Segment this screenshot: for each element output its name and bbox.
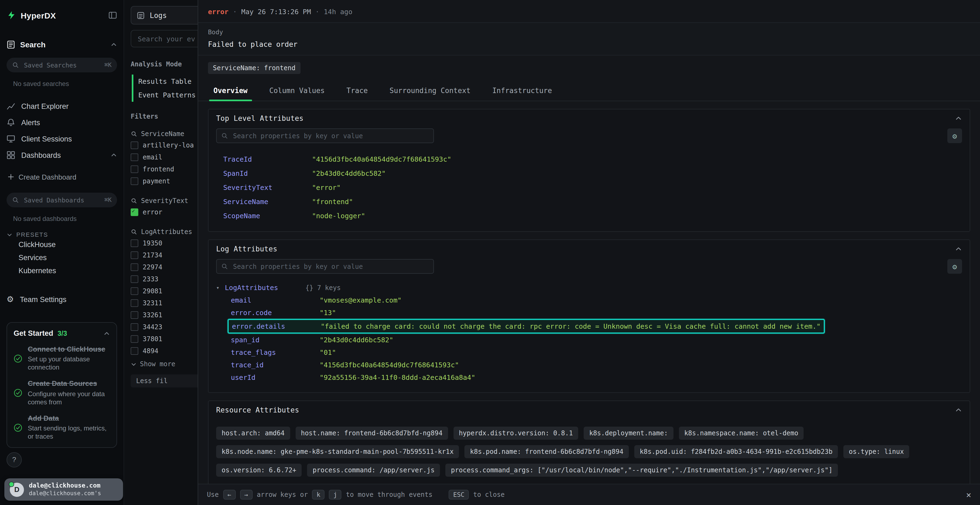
checkbox-icon[interactable] <box>130 141 138 149</box>
resource-attribute-pill[interactable]: host.arch: amd64 <box>216 427 290 440</box>
tab-surrounding-context[interactable]: Surrounding Context <box>379 82 481 101</box>
show-more-button[interactable]: Show more <box>130 358 197 370</box>
sidebar-item-alerts[interactable]: Alerts <box>6 114 117 130</box>
resource-attribute-pill[interactable]: os.type: linux <box>843 445 909 458</box>
attribute-value[interactable]: "2b43d0c4dd6bc582" <box>320 336 393 344</box>
resource-attribute-pill[interactable]: hyperdx.distro.version: 0.8.1 <box>453 427 578 440</box>
chevron-up-icon[interactable] <box>955 115 962 122</box>
attribute-key[interactable]: SpanId <box>223 169 312 177</box>
checkbox-icon[interactable] <box>130 275 138 283</box>
filter-option[interactable]: 19350 <box>130 237 197 249</box>
attribute-value[interactable]: "4156d3fbc40a64854d9dc7f68641593c" <box>312 155 451 163</box>
filter-option[interactable]: 37801 <box>130 333 197 345</box>
checkbox-icon[interactable] <box>130 299 138 307</box>
filter-option[interactable]: 34423 <box>130 321 197 333</box>
settings-gear-button[interactable]: ⚙ <box>947 129 962 143</box>
property-search-field[interactable] <box>232 262 429 271</box>
filter-group-severitytext[interactable]: SeverityText <box>130 195 197 206</box>
presets-toggle[interactable]: PRESETS <box>6 231 117 238</box>
section-header[interactable]: Top Level Attributes <box>208 110 970 127</box>
filter-option[interactable]: error <box>130 206 197 218</box>
checkbox-icon[interactable] <box>130 347 138 355</box>
attribute-value[interactable]: "13" <box>320 308 336 317</box>
attribute-key[interactable]: error.details <box>232 322 321 330</box>
attribute-value[interactable]: "error" <box>312 183 340 191</box>
tab-overview[interactable]: Overview <box>202 82 258 101</box>
saved-dashboards-input[interactable]: ⌘K <box>6 193 117 207</box>
checkbox-icon[interactable] <box>130 251 138 259</box>
checkbox-icon[interactable] <box>130 311 138 319</box>
section-header[interactable]: Log Attributes <box>208 240 970 258</box>
sidebar-item-clickhouse[interactable]: ClickHouse <box>6 238 117 251</box>
attribute-value[interactable]: "vmoses@example.com" <box>320 296 401 304</box>
filter-group-logattributes[interactable]: LogAttributes <box>130 226 197 237</box>
get-started-item[interactable]: Add Data Start sending logs, metrics, or… <box>14 414 110 441</box>
filter-option[interactable]: 4894 <box>130 345 197 357</box>
chevron-up-icon[interactable] <box>955 245 962 252</box>
property-search-input[interactable] <box>216 129 434 143</box>
property-search-field[interactable] <box>232 132 429 140</box>
resource-attribute-pill[interactable]: process.command: /app/server.js <box>307 464 440 477</box>
checkbox-icon[interactable] <box>130 264 138 271</box>
checkbox-icon[interactable] <box>130 154 138 161</box>
sidebar-item-client-sessions[interactable]: Client Sessions <box>6 130 117 147</box>
attribute-value[interactable]: "4156d3fbc40a64854d9dc7f68641593c" <box>320 361 459 369</box>
source-selector[interactable]: Logs <box>130 6 197 24</box>
help-button[interactable]: ? <box>6 452 22 467</box>
attribute-value[interactable]: "node-logger" <box>312 211 365 219</box>
get-started-item[interactable]: Create Data Sources Configure where your… <box>14 380 110 407</box>
attribute-value[interactable]: "2b43d0c4dd6bc582" <box>312 169 386 177</box>
settings-gear-button[interactable]: ⚙ <box>947 259 962 274</box>
resource-attribute-pill[interactable]: k8s.pod.uid: f284fb2d-a0b3-4634-991b-e2c… <box>634 445 838 458</box>
resource-attribute-pill[interactable]: k8s.namespace.name: otel-demo <box>679 427 803 440</box>
attribute-key[interactable]: ScopeName <box>223 211 312 219</box>
filter-option[interactable]: email <box>130 151 197 163</box>
filter-option[interactable]: 2333 <box>130 273 197 285</box>
attribute-key[interactable]: userId <box>231 373 320 381</box>
checkbox-checked-icon[interactable] <box>130 208 138 216</box>
service-name-tag[interactable]: ServiceName: frontend <box>208 62 300 74</box>
checkbox-icon[interactable] <box>130 287 138 295</box>
chevron-up-icon[interactable] <box>103 330 110 337</box>
create-dashboard-button[interactable]: Create Dashboard <box>6 170 117 184</box>
tab-column-values[interactable]: Column Values <box>258 82 336 101</box>
less-filters-button[interactable]: Less fil <box>130 375 197 387</box>
resource-attribute-pill[interactable]: os.version: 6.6.72+ <box>216 464 302 477</box>
sidebar-item-services[interactable]: Services <box>6 251 117 264</box>
tree-root-row[interactable]: ▾ LogAttributes {}7 keys <box>216 281 962 294</box>
tab-infrastructure[interactable]: Infrastructure <box>481 82 563 101</box>
filter-option[interactable]: 33261 <box>130 309 197 321</box>
section-header[interactable]: Resource Attributes <box>208 401 970 419</box>
chevron-up-icon[interactable] <box>111 41 117 48</box>
attribute-key[interactable]: error.code <box>231 308 320 317</box>
get-started-item[interactable]: Connect to ClickHouse Set up your databa… <box>14 345 110 372</box>
chevron-up-icon[interactable] <box>955 407 962 414</box>
attribute-key[interactable]: span_id <box>231 336 320 344</box>
attribute-value[interactable]: "failed to charge card: could not charge… <box>321 322 821 330</box>
property-search-input[interactable] <box>216 259 434 274</box>
attribute-value[interactable]: "frontend" <box>312 197 353 205</box>
saved-dashboards-field[interactable] <box>23 195 101 204</box>
filter-option[interactable]: frontend <box>130 163 197 175</box>
checkbox-icon[interactable] <box>130 323 138 331</box>
attribute-key[interactable]: ServiceName <box>223 197 312 205</box>
tab-trace[interactable]: Trace <box>336 82 379 101</box>
resource-attribute-pill[interactable]: k8s.node.name: gke-pme-k8s-standard-main… <box>216 445 459 458</box>
analysis-mode-event-patterns[interactable]: Event Patterns <box>134 88 197 102</box>
filter-option[interactable]: 32311 <box>130 297 197 309</box>
checkbox-icon[interactable] <box>130 178 138 185</box>
close-panel-button[interactable]: × <box>966 489 971 500</box>
sidebar-item-team-settings[interactable]: ⚙ Team Settings <box>6 291 117 308</box>
filter-option[interactable]: 29081 <box>130 285 197 297</box>
event-search-field[interactable] <box>137 34 197 43</box>
checkbox-icon[interactable] <box>130 240 138 247</box>
saved-searches-input[interactable]: ⌘K <box>6 58 117 72</box>
attribute-key[interactable]: trace_id <box>231 361 320 369</box>
attribute-key[interactable]: email <box>231 296 320 304</box>
attribute-value[interactable]: "01" <box>320 348 336 356</box>
sidebar-item-kubernetes[interactable]: Kubernetes <box>6 264 117 277</box>
analysis-mode-results-table[interactable]: Results Table <box>134 75 197 88</box>
filter-option[interactable]: artillery-loa <box>130 139 197 151</box>
attribute-key[interactable]: SeverityText <box>223 183 312 191</box>
event-search-input[interactable] <box>130 30 197 48</box>
